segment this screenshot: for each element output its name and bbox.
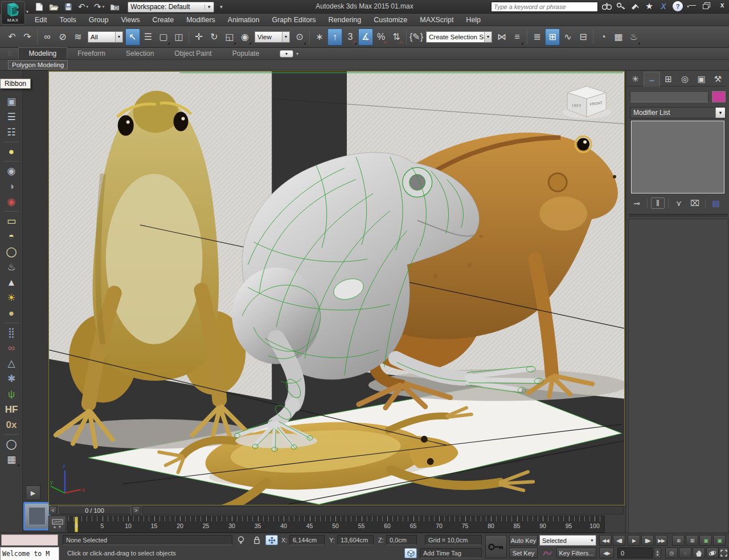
maximize-viewport-toggle-button[interactable]	[719, 547, 728, 558]
unlink-selection-icon[interactable]: ⊘	[55, 28, 70, 46]
ribbon-tab-freeform[interactable]: Freeform	[67, 48, 116, 59]
spinner-snap-toggle-icon[interactable]: ⇅∩	[389, 28, 404, 46]
play-animation-button[interactable]: ▶	[628, 535, 640, 546]
show-end-result-icon[interactable]: ‖	[651, 197, 665, 209]
dropdown-arrow-icon[interactable]: ▼	[484, 32, 492, 42]
absolute-mode-transform-icon[interactable]	[265, 535, 278, 545]
menu-animation[interactable]: Animation	[222, 14, 266, 26]
render-production-icon[interactable]: ♨	[626, 28, 641, 46]
redo-icon[interactable]: ↷	[20, 28, 35, 46]
make-unique-icon[interactable]: ⋎	[672, 197, 686, 209]
rollout-area[interactable]	[628, 219, 728, 560]
next-frame-slider-button[interactable]: >	[132, 506, 140, 514]
previous-frame-button[interactable]: ◀▮	[613, 535, 625, 546]
ribbon-minimize-caret-icon[interactable]: ▾	[296, 51, 298, 56]
material-compound-icon[interactable]: ▦	[2, 452, 21, 467]
ribbon-tab-object-paint[interactable]: Object Paint	[164, 48, 222, 59]
angle-snap-toggle-icon[interactable]: ∡∩	[358, 28, 373, 46]
curve-editor-icon[interactable]: ∿	[560, 28, 575, 46]
select-by-name-icon[interactable]: ☰	[141, 28, 155, 46]
parameter-collector-icon[interactable]: ☰	[2, 109, 21, 125]
zoom-extents-selected-button[interactable]: ▣	[699, 535, 712, 546]
named-selection-sets-combo[interactable]: Create Selection Se▼	[426, 31, 492, 43]
viewport-layout-tab[interactable]	[23, 502, 51, 530]
toolbar-overflow-button[interactable]: ▶	[26, 485, 40, 500]
open-mini-curve-editor-button[interactable]	[48, 516, 66, 533]
camera-icon[interactable]: ◉	[2, 163, 21, 179]
camera-record-icon[interactable]: ◉	[2, 194, 21, 209]
create-circle-icon[interactable]: ◯	[2, 244, 21, 260]
track-bar[interactable]: 0510152025303540455055606570758085909510…	[67, 516, 605, 533]
zoom-extents-all-button[interactable]: ⊞	[686, 535, 698, 546]
create-cone-icon[interactable]: ▲	[2, 275, 21, 290]
key-filter-dropdown-arrow-icon[interactable]: ▼	[588, 538, 596, 542]
undo-button[interactable]: ↶ ▾	[77, 1, 89, 13]
keyboard-shortcut-override-icon[interactable]: ↑	[327, 28, 342, 46]
modifier-list-arrow-icon[interactable]: ▼	[715, 108, 725, 118]
manage-layers-icon[interactable]: ≣	[530, 28, 544, 46]
tab-modify[interactable]: ⌣	[644, 72, 660, 87]
default-in-out-tangents-icon[interactable]	[540, 547, 554, 558]
window-crossing-toggle-icon[interactable]: ◫	[171, 28, 186, 46]
parameter-editor-icon[interactable]: ☷	[2, 125, 21, 140]
light-lister-icon[interactable]: ●	[2, 144, 21, 159]
time-slider[interactable]: 0 / 100	[58, 506, 131, 514]
menu-graph-editors[interactable]: Graph Editors	[265, 14, 322, 26]
y-coordinate-field[interactable]: 13,604cm	[337, 535, 374, 545]
array-tool-icon[interactable]: ⣿	[2, 325, 21, 340]
select-object-icon[interactable]: ↖	[125, 28, 140, 46]
bind-to-space-warp-icon[interactable]: ≋	[71, 28, 85, 46]
restore-button[interactable]	[703, 2, 712, 9]
app-menu-caret-icon[interactable]: ▾	[26, 9, 28, 14]
menu-rendering[interactable]: Rendering	[322, 14, 368, 26]
key-mode-toggle-button[interactable]: ◀▶	[599, 547, 614, 558]
redo-button[interactable]: ↷ ▾	[93, 1, 105, 13]
select-and-rotate-icon[interactable]: ↻	[207, 28, 222, 46]
tab-create[interactable]: ✳	[627, 72, 644, 87]
menu-customize[interactable]: Customize	[367, 14, 413, 26]
ribbon-tab-populate[interactable]: Populate	[222, 48, 269, 59]
camera-inactive-icon[interactable]: ◑	[2, 179, 21, 194]
preview-window-icon[interactable]: ▣	[2, 94, 21, 109]
reference-coordinate-system-dropdown[interactable]: View▼	[255, 31, 290, 43]
schematic-view-icon[interactable]: ⊟	[576, 28, 591, 46]
fur-sample-icon[interactable]: 0x	[2, 417, 21, 433]
select-and-link-icon[interactable]: ∞	[40, 28, 55, 46]
x-coordinate-field[interactable]: 6,144cm	[289, 535, 325, 545]
rectangular-selection-region-icon[interactable]: ▢	[156, 28, 171, 46]
set-keys-button[interactable]	[485, 535, 507, 558]
next-frame-button[interactable]: ▮▶	[641, 535, 654, 546]
undo-icon[interactable]: ↶	[5, 28, 19, 46]
zoom-extents-all-selected-button[interactable]: ▣	[713, 535, 726, 546]
select-and-move-icon[interactable]: ✛	[191, 28, 206, 46]
create-dome-icon[interactable]: ◓	[2, 229, 21, 244]
selection-filter-dropdown[interactable]: All▼	[88, 31, 123, 43]
orbit-button[interactable]	[706, 547, 719, 558]
hair-fur-icon[interactable]: HF	[2, 402, 21, 417]
pin-stack-icon[interactable]: ⊸	[630, 197, 644, 209]
menu-tools[interactable]: Tools	[54, 14, 83, 26]
dropdown-arrow-icon[interactable]: ▼	[282, 32, 289, 42]
auto-key-button[interactable]: Auto Key	[509, 535, 538, 546]
search-input[interactable]	[494, 3, 595, 10]
time-slider-track[interactable]	[142, 506, 624, 514]
ribbon-drag-handle[interactable]: ⁞⁞	[8, 51, 13, 57]
sign-in-key-icon[interactable]	[616, 1, 626, 11]
set-project-folder-button[interactable]	[109, 1, 121, 13]
ribbon-tab-selection[interactable]: Selection	[116, 48, 164, 59]
tab-motion[interactable]: ◎	[677, 72, 693, 87]
rendered-frame-window-icon[interactable]: ▦	[611, 28, 626, 46]
modifier-list-dropdown[interactable]: Modifier List ▼	[630, 107, 726, 118]
mirror-icon[interactable]: ⋈	[494, 28, 509, 46]
key-filter-set-dropdown[interactable]: Selected ▼	[539, 535, 596, 546]
edit-named-selection-sets-icon[interactable]: {✎}	[409, 28, 424, 46]
minimize-button[interactable]: —	[688, 1, 697, 9]
time-configuration-button[interactable]: ◷	[665, 547, 678, 558]
select-and-manipulate-icon[interactable]: ∗	[312, 28, 327, 46]
select-and-place-icon[interactable]: ◉	[237, 28, 252, 46]
undo-caret-icon[interactable]: ▾	[87, 5, 89, 9]
menu-help[interactable]: Help	[460, 14, 487, 26]
zoom-button[interactable]: ⊕	[672, 535, 685, 546]
set-key-button[interactable]: Set Key	[509, 547, 538, 558]
communication-center-icon[interactable]	[630, 1, 640, 11]
